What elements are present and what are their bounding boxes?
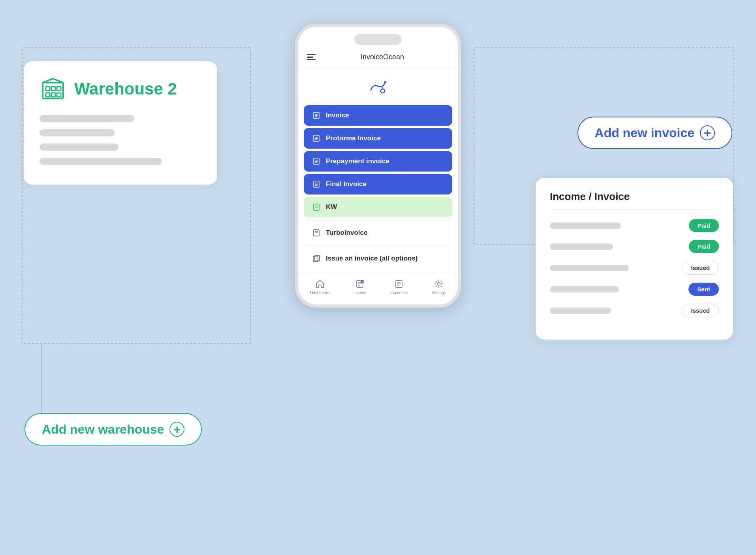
add-warehouse-button[interactable]: Add new warehouse +	[24, 413, 202, 446]
svg-rect-5	[51, 93, 55, 97]
status-badge-paid-1: Paid	[689, 219, 719, 232]
warehouse-line-2	[39, 129, 115, 136]
nav-label-income: Income	[354, 291, 367, 295]
status-badge-issued-2: Issued	[682, 304, 719, 317]
menu-item-invoice[interactable]: Invoice	[304, 105, 452, 126]
invoice-card: Income / Invoice Paid Paid Issued Sent I…	[536, 178, 733, 340]
nav-item-income[interactable]: Income	[354, 279, 367, 295]
invoice-row-2: Paid	[550, 240, 719, 253]
phone-logo-area	[298, 67, 458, 102]
menu-item-issue-all-label: Issue an invoice (all options)	[326, 255, 417, 262]
invoice-row-1: Paid	[550, 219, 719, 232]
invoice-card-title: Income / Invoice	[550, 191, 719, 210]
menu-item-final[interactable]: Final Invoice	[304, 174, 452, 194]
menu-item-kw[interactable]: KW	[304, 197, 452, 217]
status-badge-paid-2: Paid	[689, 240, 719, 253]
phone-notch-area	[298, 27, 458, 49]
svg-point-47	[437, 283, 440, 285]
phone-app-title: InvoiceOcean	[316, 53, 449, 61]
nav-label-dashboard: Dashboard	[310, 291, 329, 295]
svg-rect-1	[46, 87, 50, 91]
phone-mockup: InvoiceOcean	[295, 24, 461, 308]
warehouse-card: Warehouse 2	[24, 61, 217, 185]
menu-item-turboinvoice-label: Turboinvoice	[326, 229, 367, 237]
status-badge-sent: Sent	[688, 283, 719, 296]
menu-item-issue-all[interactable]: Issue an invoice (all options)	[304, 248, 452, 269]
invoice-line-5	[550, 308, 611, 314]
menu-item-turboinvoice[interactable]: Turboinvoice	[304, 223, 452, 243]
add-warehouse-label: Add new warehouse	[42, 422, 164, 437]
add-warehouse-plus-icon: +	[169, 422, 184, 437]
warehouse-line-3	[39, 143, 118, 151]
invoice-row-3: Issued	[550, 261, 719, 275]
svg-rect-4	[46, 93, 50, 97]
hamburger-icon[interactable]	[307, 54, 316, 60]
menu-item-final-label: Final Invoice	[326, 180, 367, 188]
invoice-row-4: Sent	[550, 283, 719, 296]
invoice-row-5: Issued	[550, 304, 719, 317]
svg-rect-3	[57, 87, 61, 91]
invoice-line-2	[550, 244, 613, 250]
warehouse-title: Warehouse 2	[74, 79, 177, 98]
nav-label-settings: Settings	[432, 291, 446, 295]
warehouse-line-1	[39, 115, 134, 122]
add-invoice-label: Add new invoice	[595, 126, 694, 140]
nav-label-expenses: Expenses	[390, 291, 408, 295]
nav-item-expenses[interactable]: Expenses	[390, 279, 408, 295]
menu-item-prepayment[interactable]: Prepayment invoice	[304, 151, 452, 172]
invoiceocean-logo-icon	[368, 76, 388, 98]
add-invoice-button[interactable]: Add new invoice +	[577, 117, 732, 149]
nav-item-settings[interactable]: Settings	[432, 279, 446, 295]
nav-item-dashboard[interactable]: Dashboard	[310, 279, 329, 295]
warehouse-icon	[39, 76, 66, 102]
warehouse-line-4	[39, 158, 162, 165]
invoice-line-1	[550, 223, 621, 229]
warehouse-header: Warehouse 2	[39, 76, 201, 102]
svg-point-9	[384, 81, 386, 83]
add-invoice-plus-icon: +	[700, 125, 715, 140]
menu-item-proforma[interactable]: Proforma Invoice	[304, 128, 452, 149]
status-badge-issued-1: Issued	[682, 261, 719, 275]
phone-menu: Invoice Proforma Invoice	[298, 102, 458, 269]
phone-header: InvoiceOcean	[298, 49, 458, 67]
menu-divider-2	[304, 245, 452, 246]
svg-rect-6	[57, 93, 61, 97]
phone-screen: InvoiceOcean	[298, 49, 458, 304]
svg-rect-2	[51, 87, 55, 91]
invoice-line-3	[550, 265, 629, 271]
phone-bottom-nav: Dashboard Income	[298, 273, 458, 304]
invoice-line-4	[550, 286, 619, 293]
warehouse-lines	[39, 115, 201, 165]
menu-item-prepayment-label: Prepayment invoice	[326, 157, 389, 165]
phone-notch	[354, 34, 402, 45]
phone-body: InvoiceOcean	[295, 24, 461, 308]
menu-item-kw-label: KW	[326, 203, 337, 211]
menu-item-invoice-label: Invoice	[326, 111, 349, 119]
svg-point-10	[381, 89, 385, 93]
connector-line-warehouse	[41, 344, 42, 413]
menu-divider	[304, 220, 452, 220]
menu-item-proforma-label: Proforma Invoice	[326, 134, 381, 142]
